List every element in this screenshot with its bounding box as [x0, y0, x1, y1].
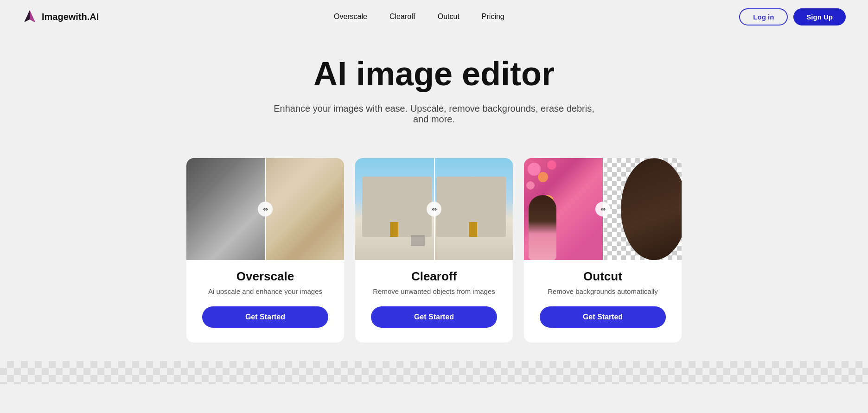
get-started-overscale[interactable]: Get Started [202, 306, 328, 328]
image-after-clearoff [434, 158, 513, 260]
get-started-clearoff[interactable]: Get Started [371, 306, 497, 328]
get-started-outcut[interactable]: Get Started [540, 306, 666, 328]
divider-handle-overscale[interactable]: ⇔ [258, 202, 273, 216]
cards-section: ⇔ Overscale Ai upscale and enhance your … [0, 143, 868, 343]
logo[interactable]: Imagewith.AI [22, 9, 99, 24]
card-desc-clearoff: Remove unwanted objects from images [365, 287, 502, 295]
divider-handle-outcut[interactable]: ⇔ [595, 202, 610, 216]
nav-link-overscale[interactable]: Overscale [334, 13, 367, 21]
card-outcut-image: ⇔ [524, 158, 682, 260]
card-outcut: ⇔ Outcut Remove backgrounds automaticall… [524, 158, 682, 343]
logo-text: Imagewith.AI [42, 12, 99, 22]
hero-subtitle: Enhance your images with ease. Upscale, … [272, 103, 596, 125]
logo-icon [22, 9, 37, 24]
nav-link-outcut[interactable]: Outcut [438, 13, 460, 21]
nav-link-pricing[interactable]: Pricing [482, 13, 504, 21]
hero-title: AI image editor [9, 56, 859, 92]
nav-actions: Log in Sign Up [739, 8, 846, 25]
card-title-overscale: Overscale [236, 269, 294, 284]
image-before-clearoff [355, 158, 434, 260]
image-before-overscale [186, 158, 265, 260]
card-desc-overscale: Ai upscale and enhance your images [201, 287, 330, 295]
flowers-background [524, 158, 603, 260]
card-clearoff-image: ⇔ [355, 158, 513, 260]
card-title-clearoff: Clearoff [411, 269, 457, 284]
card-overscale-image: ⇔ [186, 158, 344, 260]
card-title-outcut: Outcut [583, 269, 622, 284]
nav-link-clearoff[interactable]: Clearoff [389, 13, 415, 21]
card-overscale: ⇔ Overscale Ai upscale and enhance your … [186, 158, 344, 343]
svg-marker-1 [30, 10, 35, 22]
card-clearoff: ⇔ Clearoff Remove unwanted objects from … [355, 158, 513, 343]
signup-button[interactable]: Sign Up [793, 8, 846, 25]
navbar: Imagewith.AI Overscale Clearoff Outcut P… [0, 0, 868, 33]
image-after-overscale [265, 158, 344, 260]
nav-links: Overscale Clearoff Outcut Pricing [334, 13, 504, 21]
bottom-checker-strip [0, 361, 868, 384]
card-desc-outcut: Remove backgrounds automatically [540, 287, 665, 295]
login-button[interactable]: Log in [739, 8, 788, 25]
divider-handle-clearoff[interactable]: ⇔ [427, 202, 441, 216]
hero-section: AI image editor Enhance your images with… [0, 33, 868, 143]
